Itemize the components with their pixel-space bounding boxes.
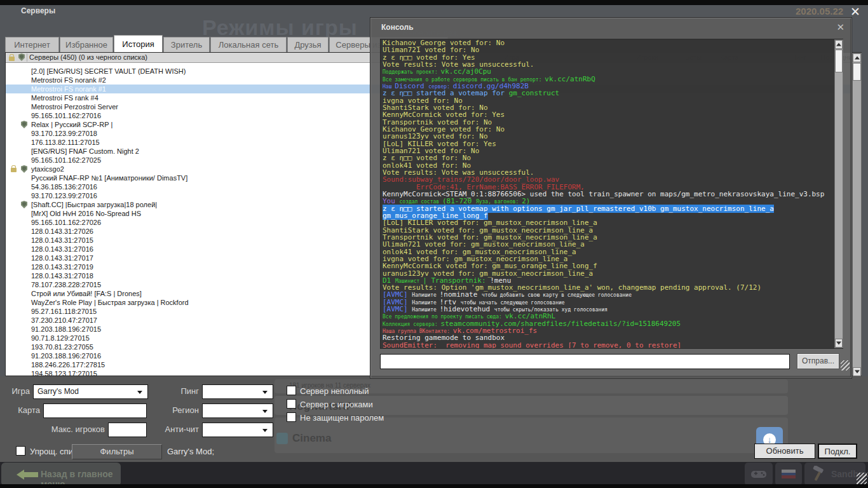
bottom-black-strip (0, 484, 868, 488)
server-name: 95.27.161.118:27015 (31, 308, 97, 315)
filters-button[interactable]: Фильтры (72, 444, 162, 459)
server-name: 128.0.143.31:27016 (31, 245, 93, 253)
connect-button[interactable]: Подкл. (818, 444, 857, 459)
region-filter-label: Регион (153, 405, 199, 415)
scroll-down-button[interactable] (835, 339, 843, 348)
russian-flag-icon (782, 470, 796, 478)
ping-filter-label: Пинг (153, 386, 199, 396)
server-name: 95.165.101.162:27025 (31, 156, 101, 164)
server-name: ytaxicsgo2 (31, 165, 64, 173)
server-name: Metrostroi FS norank #2 (31, 76, 106, 84)
server-list-scrollbar[interactable] (852, 53, 862, 376)
console-input[interactable] (380, 354, 790, 369)
map-filter-label: Карта (0, 405, 40, 415)
game-filter-label: Игра (0, 386, 30, 396)
server-name: Строй или Убивай! [FA:S | Drones] (31, 290, 142, 297)
gamepad-icon (750, 469, 767, 479)
window-title: Серверы (21, 6, 55, 15)
region-filter-dropdown[interactable] (202, 403, 273, 418)
tab-1[interactable]: Интернет (5, 37, 59, 52)
checkbox-server-not-full-label: Сервер неполный (300, 386, 369, 396)
server-name: 93.170.123.99:27016 (31, 192, 97, 200)
server-count-header: Серверы (450) (0 из черного списка) (29, 53, 147, 61)
shield-icon (21, 121, 27, 128)
ghost-gamemode-card (275, 417, 788, 453)
server-name: 91.203.188.196:27015 (31, 325, 101, 333)
close-icon[interactable]: ✕ (836, 22, 844, 33)
max-players-input[interactable] (108, 423, 147, 437)
server-name: Metrostroi FS norank #1 (31, 85, 106, 93)
server-name: 193.70.81.23:27055 (31, 343, 93, 351)
tab-4[interactable]: Зритель (163, 37, 210, 52)
checkbox-server-has-players-label: Сервер с игроками (300, 400, 373, 409)
server-name: 176.113.82.111:27015 (31, 139, 100, 146)
console-send-button[interactable]: Отправ... (797, 353, 839, 369)
scroll-down-button[interactable] (853, 367, 861, 376)
lock-icon (11, 168, 17, 172)
background-date: 2020.05.22 (796, 6, 843, 17)
active-filter-note: Garry's Mod; (167, 447, 214, 456)
server-name: Metrostroi FS rank #4 (31, 94, 98, 102)
tab-2[interactable]: Избранное (60, 37, 113, 52)
tab-6[interactable]: Друзья (287, 37, 329, 52)
scroll-up-button[interactable] (835, 40, 843, 49)
ping-filter-dropdown[interactable] (202, 384, 273, 399)
language-flag-button[interactable] (775, 463, 802, 485)
server-name: 188.246.226.177:27815 (31, 361, 105, 369)
server-name: Relax | Русский SCP-RP | (31, 121, 112, 128)
console-line: Все замечания о работе серверов писать в… (381, 76, 843, 83)
gmod-server-browser-screen: Режимы игры Выберите реж 2020.05.22 ✕ Се… (0, 0, 868, 488)
tab-3[interactable]: История (114, 35, 163, 52)
max-players-label: Макс. игроков (0, 424, 105, 434)
refresh-button[interactable]: Обновить (754, 444, 815, 459)
server-name: 54.36.185.136:27016 (31, 183, 97, 191)
scroll-thumb[interactable] (853, 63, 861, 81)
server-name: [MrX] Old HvH 2016 No-Spread HS (31, 210, 141, 217)
console-output[interactable]: Kichanov_George voted for: NoUliman721 v… (380, 39, 843, 349)
scroll-up-button[interactable] (853, 53, 861, 62)
scroll-thumb[interactable] (835, 50, 843, 72)
server-name: 128.0.143.31:27018 (31, 272, 93, 280)
server-name: Metrostroi Perzostroi Server (31, 103, 118, 111)
top-black-bar (0, 0, 868, 5)
server-name: 128.0.143.31:27019 (31, 263, 93, 271)
checkbox-server-not-full[interactable] (287, 386, 296, 395)
checkbox-no-password-label: Не защищен паролем (300, 413, 384, 423)
server-name: 37.230.210.47:27017 (31, 316, 97, 324)
hammer-icon (808, 466, 827, 482)
console-line: [AVMC] Напишите !hidevotehud чтобы скрыт… (381, 306, 843, 313)
console-window: Консоль ✕ Kichanov_George voted for: NoU… (370, 18, 851, 378)
tab-5[interactable]: Локальная сеть (210, 37, 287, 52)
console-resize-grip[interactable] (841, 360, 850, 370)
cinema-gamemode-icon (276, 433, 288, 444)
server-name: [ENG/RUS] FNAF Custom. Night 2 (31, 147, 139, 155)
console-scrollbar[interactable] (834, 39, 843, 348)
game-filter-dropdown[interactable]: Garry's Mod (33, 384, 148, 399)
console-line: SoundEmitter: removing map sound overrid… (381, 342, 843, 349)
checkbox-server-has-players[interactable] (287, 399, 296, 409)
anticheat-filter-dropdown[interactable] (202, 423, 273, 437)
server-name: Русский FNAF-RP №1 [Аниматроники/ DimasT… (31, 174, 187, 182)
console-line: Коллекция сервера: steamcommunity.com/sh… (381, 320, 843, 327)
server-name: [Shaft.CC] |Быстрая загрузка|18 ролей| (31, 201, 157, 208)
back-to-main-menu-button[interactable]: Назад в главное меню (1, 463, 121, 486)
checkbox-no-password[interactable] (287, 412, 296, 422)
server-name: 95.165.101.162:27016 (31, 112, 101, 119)
server-name: 95.165.101.162:27026 (31, 219, 101, 226)
ghost-gamemode-cinema: Cinema (292, 432, 331, 445)
chevron-down-icon (262, 429, 268, 432)
chevron-down-icon (262, 410, 268, 413)
server-name: 78.107.238.228:27015 (31, 281, 101, 288)
close-icon[interactable]: ✕ (850, 4, 860, 19)
window-resize-grip[interactable] (857, 473, 867, 484)
back-arrow-icon (17, 470, 24, 480)
lock-column-icon (9, 57, 15, 61)
gamepad-button[interactable] (745, 463, 773, 485)
console-line: Поддержать проект: vk.cc/aj0Cpu (381, 68, 843, 75)
anticheat-filter-label: Анти-чит (153, 424, 199, 434)
checkbox-simple-list[interactable] (16, 446, 25, 456)
server-name: 128.0.143.31:27017 (31, 254, 93, 262)
chevron-down-icon (262, 391, 268, 394)
console-title: Консоль (381, 23, 414, 32)
map-filter-input[interactable] (43, 403, 147, 418)
